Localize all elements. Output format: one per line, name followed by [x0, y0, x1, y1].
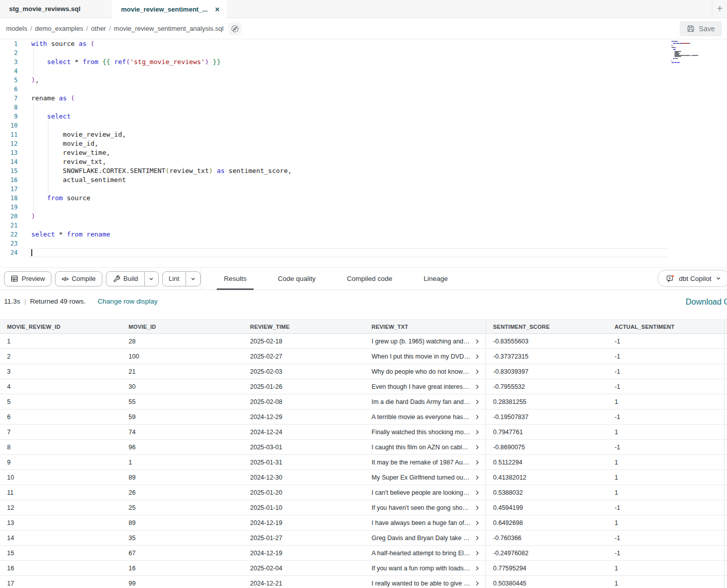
code-line[interactable]: 15 SNOWFLAKE.CORTEX.SENTIMENT(review_txt… [0, 166, 727, 175]
action-button-group: Preview </> Compile Build [0, 268, 201, 289]
code-line[interactable]: 12 movie_id, [0, 139, 727, 148]
code-line[interactable]: 18 from source [0, 194, 727, 203]
expand-review-icon[interactable] [474, 565, 480, 571]
cell-review_txt: Why do people who do not know what… [365, 364, 486, 379]
indent-guide [33, 48, 34, 76]
table-row: 14352025-01-27Greg Davis and Bryan Daly … [0, 531, 727, 546]
save-button[interactable]: Save [680, 21, 722, 36]
code-line[interactable]: 17 [0, 185, 727, 194]
cell-movie_id: 89 [122, 470, 243, 485]
code-line[interactable]: 2 [0, 48, 727, 57]
table-row: 17992024-12-21I really wanted to be able… [0, 576, 727, 588]
code-line[interactable]: 4 [0, 67, 727, 76]
code-line[interactable]: 6 [0, 85, 727, 94]
table-body: 1282025-02-18I grew up (b. 1965) watchin… [0, 334, 727, 588]
expand-review-icon[interactable] [474, 475, 480, 480]
expand-review-icon[interactable] [474, 550, 480, 556]
tab-code-quality[interactable]: Code quality [271, 268, 323, 289]
code-line[interactable]: 7rename as ( [0, 94, 727, 103]
code-line[interactable]: 20) [0, 212, 727, 221]
table-row: 6592024-12-29A terrible movie as everyon… [0, 409, 727, 425]
code-line[interactable]: 1with source as ( [0, 39, 727, 48]
table-row: 16162025-02-04If you want a fun romp wit… [0, 561, 727, 576]
code-line[interactable]: 19 [0, 203, 727, 212]
expand-review-icon[interactable] [474, 399, 480, 404]
save-disk-icon [687, 25, 695, 33]
cell-filler [724, 576, 727, 588]
expand-review-icon[interactable] [474, 459, 480, 465]
code-line[interactable]: 11 movie_review_id, [0, 130, 727, 139]
expand-review-icon[interactable] [474, 520, 480, 525]
tab-results[interactable]: Results [217, 268, 254, 289]
code-line[interactable]: 23 [0, 239, 727, 248]
expand-review-icon[interactable] [474, 338, 480, 344]
code-line[interactable]: 5), [0, 76, 727, 85]
line-number: 16 [0, 175, 18, 185]
code-line[interactable]: 10 [0, 121, 727, 130]
editor-toolbar: Preview </> Compile Build [0, 267, 727, 290]
close-tab-icon[interactable]: ✕ [215, 6, 220, 13]
code-line[interactable]: 3 select * from {{ ref('stg_movie_review… [0, 57, 727, 67]
download-csv-link[interactable]: Download CSV [686, 298, 727, 307]
table-row: 912025-01-31It may be the remake of 1987… [0, 455, 727, 470]
file-tab-stg-movie-reviews[interactable]: stg_movie_reviews.sql [0, 0, 112, 18]
expand-review-icon[interactable] [474, 444, 480, 450]
cell-movie_review_id: 17 [0, 576, 122, 588]
cell-movie_id: 100 [122, 349, 243, 364]
table-header-row: MOVIE_REVIEW_IDMOVIE_IDREVIEW_TIMEREVIEW… [0, 319, 727, 334]
table-grid-icon [11, 275, 18, 282]
expand-review-icon[interactable] [474, 535, 480, 541]
compile-label: Compile [72, 275, 96, 282]
tab-compiled-code[interactable]: Compiled code [340, 268, 399, 289]
code-line[interactable]: 14 review_txt, [0, 157, 727, 166]
build-dropdown-button[interactable] [144, 272, 158, 286]
code-line[interactable]: 8 [0, 103, 727, 112]
change-row-display-link[interactable]: Change row display [98, 298, 158, 305]
line-number: 3 [0, 57, 18, 67]
editor-minimap[interactable] [672, 41, 712, 67]
line-number: 22 [0, 230, 18, 239]
cell-movie_review_id: 11 [0, 485, 122, 500]
cell-review_txt: I really wanted to be able to give this … [365, 576, 486, 588]
cell-review_txt: I have always been a huge fan of "Hom… [365, 515, 486, 531]
code-editor[interactable]: 1with source as (23 select * from {{ ref… [0, 39, 727, 267]
expand-review-icon[interactable] [474, 369, 480, 374]
preview-button[interactable]: Preview [4, 271, 51, 286]
cell-movie_id: 55 [122, 394, 243, 409]
expand-review-icon[interactable] [474, 354, 480, 359]
tab-lineage[interactable]: Lineage [416, 268, 455, 289]
cell-review_time: 2025-01-20 [243, 485, 365, 500]
lint-button[interactable]: Lint [163, 272, 186, 286]
expand-review-icon[interactable] [474, 429, 480, 435]
expand-review-icon[interactable] [474, 414, 480, 420]
cell-review_time: 2024-12-19 [243, 546, 365, 561]
lint-dropdown-button[interactable] [186, 272, 200, 286]
cell-review_txt: If you haven't seen the gong show TV s… [365, 500, 486, 515]
code-line[interactable]: 21 [0, 221, 727, 230]
file-tab-bar: stg_movie_reviews.sql movie_review_senti… [0, 0, 727, 18]
lint-label: Lint [169, 275, 179, 282]
code-line[interactable]: 9 select [0, 112, 727, 121]
line-number: 8 [0, 103, 18, 112]
cell-sentiment_score: -0.83555603 [486, 334, 608, 349]
expand-review-icon[interactable] [474, 580, 480, 586]
expand-review-icon[interactable] [474, 505, 480, 510]
column-header-review_time: REVIEW_TIME [243, 320, 365, 334]
dbt-copilot-button[interactable]: dbt Copilot [657, 270, 727, 287]
new-tab-button[interactable]: + [712, 0, 727, 18]
cell-movie_id: 30 [122, 379, 243, 394]
expand-review-icon[interactable] [474, 490, 480, 495]
build-button[interactable]: Build [106, 272, 144, 286]
code-line[interactable]: 13 review_time, [0, 148, 727, 157]
code-line[interactable]: 22select * from rename [0, 230, 727, 239]
file-tab-movie-review-sentiment[interactable]: movie_review_sentiment_... ✕ [112, 0, 227, 19]
expand-review-icon[interactable] [474, 384, 480, 389]
code-line[interactable]: 16 actual_sentiment [0, 175, 727, 185]
cell-actual_sentiment: 1 [608, 576, 724, 588]
table-row: 3212025-02-03Why do people who do not kn… [0, 364, 727, 379]
cell-review_time: 2024-12-29 [243, 409, 365, 425]
cell-movie_id: 96 [122, 440, 243, 455]
explore-docs-button[interactable] [228, 22, 241, 35]
table-row: 12252025-01-10If you haven't seen the go… [0, 500, 727, 515]
compile-button[interactable]: </> Compile [55, 271, 102, 286]
